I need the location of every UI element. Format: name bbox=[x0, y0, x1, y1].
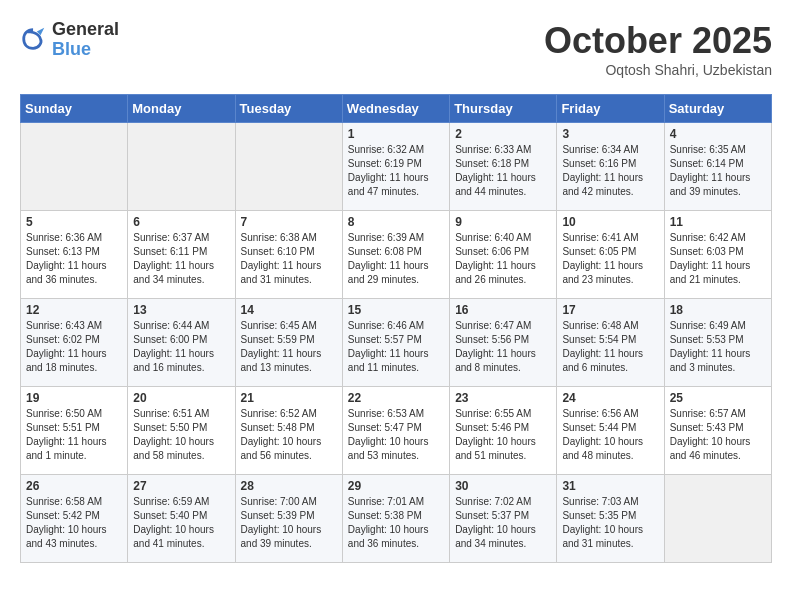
cell-info: Sunrise: 6:41 AM Sunset: 6:05 PM Dayligh… bbox=[562, 231, 658, 287]
table-row: 12Sunrise: 6:43 AM Sunset: 6:02 PM Dayli… bbox=[21, 299, 128, 387]
cell-info: Sunrise: 6:40 AM Sunset: 6:06 PM Dayligh… bbox=[455, 231, 551, 287]
cell-info: Sunrise: 7:03 AM Sunset: 5:35 PM Dayligh… bbox=[562, 495, 658, 551]
day-number: 19 bbox=[26, 391, 122, 405]
day-number: 22 bbox=[348, 391, 444, 405]
day-number: 24 bbox=[562, 391, 658, 405]
table-row: 20Sunrise: 6:51 AM Sunset: 5:50 PM Dayli… bbox=[128, 387, 235, 475]
header-row: Sunday Monday Tuesday Wednesday Thursday… bbox=[21, 95, 772, 123]
day-number: 16 bbox=[455, 303, 551, 317]
table-row: 4Sunrise: 6:35 AM Sunset: 6:14 PM Daylig… bbox=[664, 123, 771, 211]
table-row: 17Sunrise: 6:48 AM Sunset: 5:54 PM Dayli… bbox=[557, 299, 664, 387]
col-thursday: Thursday bbox=[450, 95, 557, 123]
col-saturday: Saturday bbox=[664, 95, 771, 123]
day-number: 20 bbox=[133, 391, 229, 405]
day-number: 29 bbox=[348, 479, 444, 493]
table-row: 13Sunrise: 6:44 AM Sunset: 6:00 PM Dayli… bbox=[128, 299, 235, 387]
cell-info: Sunrise: 6:50 AM Sunset: 5:51 PM Dayligh… bbox=[26, 407, 122, 463]
table-row: 16Sunrise: 6:47 AM Sunset: 5:56 PM Dayli… bbox=[450, 299, 557, 387]
table-row: 7Sunrise: 6:38 AM Sunset: 6:10 PM Daylig… bbox=[235, 211, 342, 299]
table-row: 29Sunrise: 7:01 AM Sunset: 5:38 PM Dayli… bbox=[342, 475, 449, 563]
cell-info: Sunrise: 6:32 AM Sunset: 6:19 PM Dayligh… bbox=[348, 143, 444, 199]
table-row: 19Sunrise: 6:50 AM Sunset: 5:51 PM Dayli… bbox=[21, 387, 128, 475]
day-number: 8 bbox=[348, 215, 444, 229]
table-row: 1Sunrise: 6:32 AM Sunset: 6:19 PM Daylig… bbox=[342, 123, 449, 211]
table-row bbox=[128, 123, 235, 211]
cell-info: Sunrise: 6:42 AM Sunset: 6:03 PM Dayligh… bbox=[670, 231, 766, 287]
cell-info: Sunrise: 6:39 AM Sunset: 6:08 PM Dayligh… bbox=[348, 231, 444, 287]
table-row: 21Sunrise: 6:52 AM Sunset: 5:48 PM Dayli… bbox=[235, 387, 342, 475]
cell-info: Sunrise: 6:46 AM Sunset: 5:57 PM Dayligh… bbox=[348, 319, 444, 375]
table-row bbox=[235, 123, 342, 211]
day-number: 18 bbox=[670, 303, 766, 317]
cell-info: Sunrise: 6:49 AM Sunset: 5:53 PM Dayligh… bbox=[670, 319, 766, 375]
table-row: 28Sunrise: 7:00 AM Sunset: 5:39 PM Dayli… bbox=[235, 475, 342, 563]
table-row: 23Sunrise: 6:55 AM Sunset: 5:46 PM Dayli… bbox=[450, 387, 557, 475]
day-number: 21 bbox=[241, 391, 337, 405]
header: General Blue October 2025 Oqtosh Shahri,… bbox=[20, 20, 772, 78]
day-number: 30 bbox=[455, 479, 551, 493]
day-number: 4 bbox=[670, 127, 766, 141]
day-number: 2 bbox=[455, 127, 551, 141]
page: General Blue October 2025 Oqtosh Shahri,… bbox=[0, 0, 792, 573]
day-number: 10 bbox=[562, 215, 658, 229]
day-number: 9 bbox=[455, 215, 551, 229]
col-sunday: Sunday bbox=[21, 95, 128, 123]
cell-info: Sunrise: 6:44 AM Sunset: 6:00 PM Dayligh… bbox=[133, 319, 229, 375]
cell-info: Sunrise: 6:59 AM Sunset: 5:40 PM Dayligh… bbox=[133, 495, 229, 551]
table-row bbox=[21, 123, 128, 211]
cell-info: Sunrise: 6:55 AM Sunset: 5:46 PM Dayligh… bbox=[455, 407, 551, 463]
day-number: 6 bbox=[133, 215, 229, 229]
calendar-body: 1Sunrise: 6:32 AM Sunset: 6:19 PM Daylig… bbox=[21, 123, 772, 563]
day-number: 27 bbox=[133, 479, 229, 493]
day-number: 1 bbox=[348, 127, 444, 141]
calendar-week-5: 26Sunrise: 6:58 AM Sunset: 5:42 PM Dayli… bbox=[21, 475, 772, 563]
day-number: 17 bbox=[562, 303, 658, 317]
table-row: 3Sunrise: 6:34 AM Sunset: 6:16 PM Daylig… bbox=[557, 123, 664, 211]
table-row: 15Sunrise: 6:46 AM Sunset: 5:57 PM Dayli… bbox=[342, 299, 449, 387]
cell-info: Sunrise: 6:36 AM Sunset: 6:13 PM Dayligh… bbox=[26, 231, 122, 287]
cell-info: Sunrise: 6:35 AM Sunset: 6:14 PM Dayligh… bbox=[670, 143, 766, 199]
cell-info: Sunrise: 6:33 AM Sunset: 6:18 PM Dayligh… bbox=[455, 143, 551, 199]
cell-info: Sunrise: 6:34 AM Sunset: 6:16 PM Dayligh… bbox=[562, 143, 658, 199]
logo-blue-text: Blue bbox=[52, 40, 119, 60]
table-row: 5Sunrise: 6:36 AM Sunset: 6:13 PM Daylig… bbox=[21, 211, 128, 299]
day-number: 28 bbox=[241, 479, 337, 493]
table-row: 22Sunrise: 6:53 AM Sunset: 5:47 PM Dayli… bbox=[342, 387, 449, 475]
cell-info: Sunrise: 7:00 AM Sunset: 5:39 PM Dayligh… bbox=[241, 495, 337, 551]
day-number: 12 bbox=[26, 303, 122, 317]
day-number: 5 bbox=[26, 215, 122, 229]
calendar-week-2: 5Sunrise: 6:36 AM Sunset: 6:13 PM Daylig… bbox=[21, 211, 772, 299]
day-number: 3 bbox=[562, 127, 658, 141]
calendar-week-1: 1Sunrise: 6:32 AM Sunset: 6:19 PM Daylig… bbox=[21, 123, 772, 211]
day-number: 26 bbox=[26, 479, 122, 493]
col-wednesday: Wednesday bbox=[342, 95, 449, 123]
day-number: 31 bbox=[562, 479, 658, 493]
table-row: 30Sunrise: 7:02 AM Sunset: 5:37 PM Dayli… bbox=[450, 475, 557, 563]
col-friday: Friday bbox=[557, 95, 664, 123]
table-row: 18Sunrise: 6:49 AM Sunset: 5:53 PM Dayli… bbox=[664, 299, 771, 387]
cell-info: Sunrise: 6:38 AM Sunset: 6:10 PM Dayligh… bbox=[241, 231, 337, 287]
day-number: 13 bbox=[133, 303, 229, 317]
calendar-table: Sunday Monday Tuesday Wednesday Thursday… bbox=[20, 94, 772, 563]
table-row: 9Sunrise: 6:40 AM Sunset: 6:06 PM Daylig… bbox=[450, 211, 557, 299]
cell-info: Sunrise: 6:43 AM Sunset: 6:02 PM Dayligh… bbox=[26, 319, 122, 375]
cell-info: Sunrise: 6:48 AM Sunset: 5:54 PM Dayligh… bbox=[562, 319, 658, 375]
logo-general-text: General bbox=[52, 20, 119, 40]
col-monday: Monday bbox=[128, 95, 235, 123]
day-number: 14 bbox=[241, 303, 337, 317]
cell-info: Sunrise: 6:57 AM Sunset: 5:43 PM Dayligh… bbox=[670, 407, 766, 463]
col-tuesday: Tuesday bbox=[235, 95, 342, 123]
table-row: 26Sunrise: 6:58 AM Sunset: 5:42 PM Dayli… bbox=[21, 475, 128, 563]
logo: General Blue bbox=[20, 20, 119, 60]
table-row: 2Sunrise: 6:33 AM Sunset: 6:18 PM Daylig… bbox=[450, 123, 557, 211]
calendar-header: Sunday Monday Tuesday Wednesday Thursday… bbox=[21, 95, 772, 123]
cell-info: Sunrise: 6:53 AM Sunset: 5:47 PM Dayligh… bbox=[348, 407, 444, 463]
table-row: 24Sunrise: 6:56 AM Sunset: 5:44 PM Dayli… bbox=[557, 387, 664, 475]
cell-info: Sunrise: 7:02 AM Sunset: 5:37 PM Dayligh… bbox=[455, 495, 551, 551]
logo-icon bbox=[20, 26, 48, 54]
day-number: 23 bbox=[455, 391, 551, 405]
cell-info: Sunrise: 6:37 AM Sunset: 6:11 PM Dayligh… bbox=[133, 231, 229, 287]
cell-info: Sunrise: 6:51 AM Sunset: 5:50 PM Dayligh… bbox=[133, 407, 229, 463]
cell-info: Sunrise: 7:01 AM Sunset: 5:38 PM Dayligh… bbox=[348, 495, 444, 551]
day-number: 7 bbox=[241, 215, 337, 229]
